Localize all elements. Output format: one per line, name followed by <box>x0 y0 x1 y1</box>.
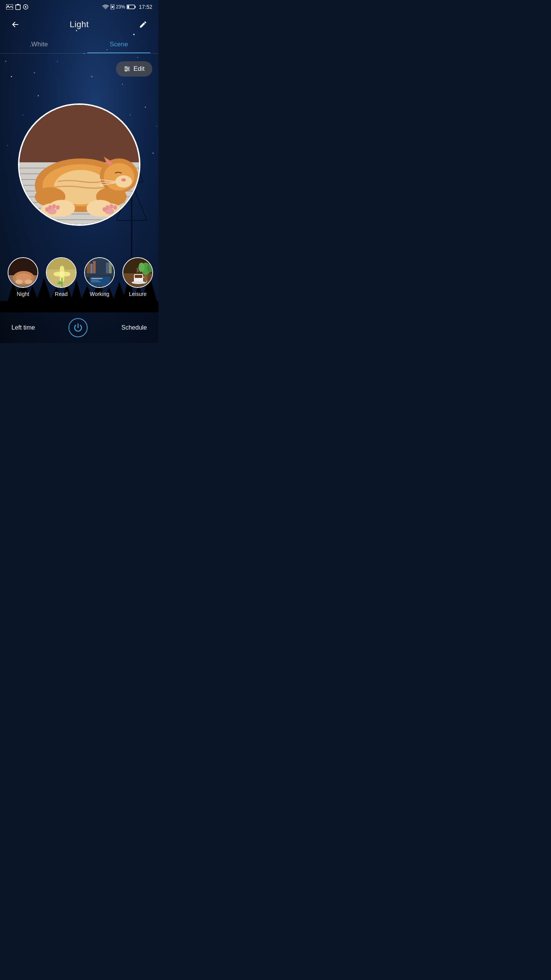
svg-point-113 <box>24 279 32 284</box>
svg-point-55 <box>25 6 26 8</box>
back-arrow-icon <box>11 20 20 29</box>
svg-rect-128 <box>93 261 96 273</box>
status-bar: 23% 17:52 <box>0 0 158 14</box>
scene-thumb-leisure <box>122 257 153 288</box>
tab-bar: White Scene <box>0 35 158 54</box>
svg-point-97 <box>109 204 113 209</box>
svg-point-102 <box>121 178 126 181</box>
scene-thumb-night <box>8 257 38 288</box>
svg-point-91 <box>56 205 60 210</box>
battery-percentage: 23% <box>116 4 125 10</box>
cat-scene-svg <box>20 105 140 226</box>
svg-point-121 <box>59 271 65 277</box>
edit-scene-button[interactable]: Edit <box>116 61 152 77</box>
schedule-button[interactable]: Schedule <box>121 324 147 331</box>
svg-point-66 <box>125 70 127 72</box>
scene-area: Edit <box>0 54 158 276</box>
scene-label-night: Night <box>17 291 29 297</box>
svg-point-90 <box>52 204 56 209</box>
pencil-icon <box>139 20 147 29</box>
gallery-icon <box>6 4 13 10</box>
sim-icon <box>111 4 114 10</box>
header: Light <box>0 14 158 35</box>
scene-item-working[interactable]: Working <box>84 257 115 297</box>
wifi-icon <box>102 4 109 10</box>
scene-label-working: Working <box>90 291 109 297</box>
svg-point-143 <box>139 263 145 272</box>
scene-thumb-read <box>46 257 77 288</box>
svg-rect-60 <box>135 6 136 8</box>
power-icon <box>73 322 83 333</box>
svg-point-89 <box>48 205 52 210</box>
sliders-icon <box>124 65 130 72</box>
svg-rect-129 <box>106 263 108 273</box>
svg-point-98 <box>113 205 117 210</box>
tab-white[interactable]: White <box>0 35 79 53</box>
dot-circle-icon <box>23 4 28 10</box>
svg-rect-57 <box>112 6 113 8</box>
scene-main-image <box>18 103 140 226</box>
trash-icon <box>15 4 21 10</box>
bottom-toolbar: Left time Schedule <box>0 312 158 343</box>
pencil-button[interactable] <box>135 17 151 32</box>
svg-rect-136 <box>91 281 101 282</box>
svg-rect-68 <box>20 105 140 166</box>
svg-rect-140 <box>135 275 142 278</box>
status-right-icons: 23% 17:52 <box>102 4 152 10</box>
scene-item-night[interactable]: Night <box>8 257 38 297</box>
svg-rect-134 <box>91 278 103 279</box>
tab-scene[interactable]: Scene <box>79 35 158 53</box>
back-button[interactable] <box>8 17 23 32</box>
svg-rect-32 <box>0 301 158 312</box>
svg-point-145 <box>132 281 145 284</box>
scene-item-leisure[interactable]: Leisure <box>122 257 153 297</box>
left-time-button[interactable]: Left time <box>11 324 35 331</box>
scene-item-read[interactable]: Read <box>46 257 77 297</box>
status-left-icons <box>6 4 28 10</box>
page-title: Light <box>70 20 89 29</box>
edit-button-label: Edit <box>134 65 145 73</box>
battery-icon <box>127 5 136 9</box>
power-button[interactable] <box>68 318 88 337</box>
svg-rect-127 <box>90 264 93 273</box>
svg-point-144 <box>147 263 153 273</box>
svg-rect-135 <box>91 280 99 281</box>
svg-point-65 <box>127 68 129 70</box>
scene-carousel: Night Read <box>0 253 158 301</box>
svg-rect-49 <box>16 5 20 10</box>
svg-point-64 <box>125 67 127 68</box>
svg-rect-130 <box>109 260 112 273</box>
svg-rect-59 <box>127 6 129 8</box>
scene-thumb-working <box>84 257 115 288</box>
svg-rect-126 <box>87 262 90 273</box>
svg-point-96 <box>106 205 109 210</box>
status-time: 17:52 <box>139 4 152 10</box>
svg-point-112 <box>15 279 23 284</box>
scene-label-read: Read <box>55 291 67 297</box>
scene-label-leisure: Leisure <box>129 291 147 297</box>
